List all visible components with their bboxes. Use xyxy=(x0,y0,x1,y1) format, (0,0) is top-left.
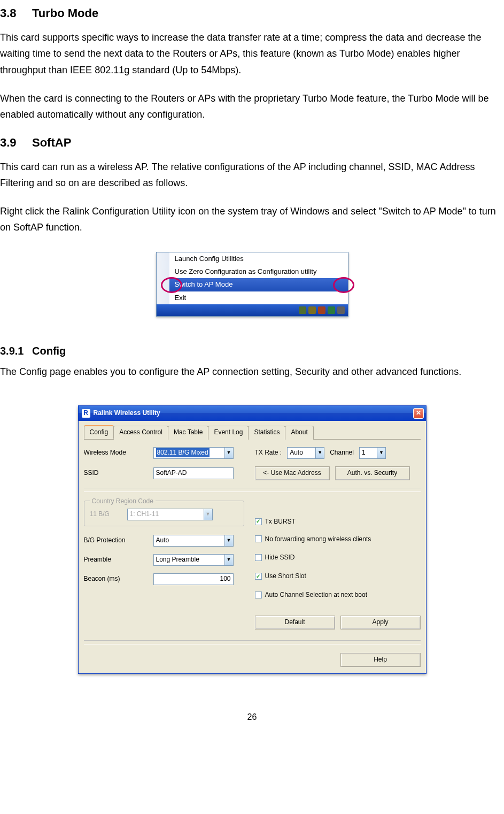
heading-title: Turbo Mode xyxy=(32,6,98,20)
checkbox-no-forwarding[interactable]: No forwarding among wireless clients xyxy=(255,535,371,544)
country-region-group: Country Region Code 11 B/G 1: CH1-11 ▼ xyxy=(84,501,244,526)
menu-item-zero-config[interactable]: Use Zero Configuration as Configuration … xyxy=(169,265,348,278)
use-mac-button[interactable]: <- Use Mac Address xyxy=(255,466,330,480)
checkbox-icon xyxy=(255,573,262,580)
input-beacon[interactable]: 100 xyxy=(153,573,234,585)
heading-number: 3.9.1 xyxy=(0,343,32,358)
label-ssid: SSID xyxy=(84,469,148,478)
close-button[interactable]: ✕ xyxy=(413,408,424,419)
checkbox-icon xyxy=(255,592,262,598)
checkbox-short-slot[interactable]: Use Short Slot xyxy=(255,572,371,581)
separator xyxy=(84,488,421,492)
select-channel[interactable]: 1 ▼ xyxy=(359,447,386,459)
label-11bg: 11 B/G xyxy=(90,510,122,519)
label-beacon: Beacon (ms) xyxy=(84,574,148,583)
tray-context-menu: Launch Config Utilities Use Zero Configu… xyxy=(156,252,348,317)
heading-title: SoftAP xyxy=(32,136,71,149)
checkbox-label: Use Short Slot xyxy=(265,572,306,581)
chevron-down-icon: ▼ xyxy=(224,555,233,565)
app-icon: R xyxy=(82,409,90,418)
heading-number: 3.8 xyxy=(0,5,32,22)
taskbar-tray xyxy=(157,304,348,316)
separator xyxy=(84,640,421,644)
tray-icon xyxy=(299,306,306,314)
checkbox-icon xyxy=(255,554,262,561)
tray-icon xyxy=(328,306,335,314)
select-value: 802.11 B/G Mixed xyxy=(156,448,210,457)
checkbox-label: Hide SSID xyxy=(265,553,295,562)
select-value: 1: CH1-11 xyxy=(130,510,159,519)
chevron-down-icon: ▼ xyxy=(377,448,385,458)
ralink-utility-dialog: R Ralink Wireless Utility ✕ Config Acces… xyxy=(78,405,427,674)
checkbox-label: Tx BURST xyxy=(265,517,296,526)
select-value: Auto xyxy=(156,536,169,545)
select-value: Long Preamble xyxy=(156,555,199,564)
chevron-down-icon: ▼ xyxy=(224,535,233,546)
select-wireless-mode[interactable]: 802.11 B/G Mixed ▼ xyxy=(153,447,234,459)
heading-number: 3.9 xyxy=(0,135,32,151)
label-bg-protection: B/G Protection xyxy=(84,536,148,545)
tray-icon xyxy=(337,306,345,314)
heading-title: Config xyxy=(32,345,66,357)
heading-3-9-1: 3.9.1Config xyxy=(0,343,504,358)
paragraph: Right click the Ralink Configuration Uti… xyxy=(0,203,504,236)
checkbox-hide-ssid[interactable]: Hide SSID xyxy=(255,553,371,562)
paragraph: The Config page enables you to configure… xyxy=(0,365,504,379)
select-value: 1 xyxy=(362,448,366,457)
menu-item-exit[interactable]: Exit xyxy=(169,291,348,304)
chevron-down-icon: ▼ xyxy=(224,448,233,458)
tab-about[interactable]: About xyxy=(285,426,313,440)
tab-event-log[interactable]: Event Log xyxy=(208,426,249,440)
heading-3-9: 3.9SoftAP xyxy=(0,135,504,151)
apply-button[interactable]: Apply xyxy=(340,616,421,629)
checkbox-label: No forwarding among wireless clients xyxy=(265,535,371,544)
checkbox-tx-burst[interactable]: Tx BURST xyxy=(255,517,296,526)
select-tx-rate[interactable]: Auto ▼ xyxy=(287,447,324,459)
tab-access-control[interactable]: Access Control xyxy=(113,426,168,440)
paragraph: This card can run as a wireless AP. The … xyxy=(0,159,504,191)
input-ssid[interactable]: SoftAP-AD xyxy=(153,467,234,479)
select-preamble[interactable]: Long Preamble ▼ xyxy=(153,554,234,566)
tab-statistics[interactable]: Statistics xyxy=(248,426,285,440)
checkbox-auto-channel[interactable]: Auto Channel Selection at next boot xyxy=(255,590,371,600)
input-value: SoftAP-AD xyxy=(156,469,187,478)
tray-icon xyxy=(308,306,316,314)
tab-mac-table[interactable]: Mac Table xyxy=(168,426,208,440)
tray-icon xyxy=(318,306,325,314)
page-number: 26 xyxy=(0,711,504,723)
select-value: Auto xyxy=(290,448,303,457)
heading-3-8: 3.8Turbo Mode xyxy=(0,5,504,22)
chevron-down-icon: ▼ xyxy=(204,509,212,520)
window-title: Ralink Wireless Utility xyxy=(94,409,413,418)
titlebar: R Ralink Wireless Utility ✕ xyxy=(79,406,426,421)
paragraph: When the card is connecting to the Route… xyxy=(0,90,504,123)
tab-config[interactable]: Config xyxy=(84,425,114,439)
label-channel: Channel xyxy=(330,448,354,457)
tab-strip: Config Access Control Mac Table Event Lo… xyxy=(84,425,421,440)
input-value: 100 xyxy=(220,574,230,583)
label-wireless-mode: Wireless Mode xyxy=(84,448,148,457)
menu-item-launch[interactable]: Launch Config Utilities xyxy=(169,252,348,265)
auth-security-button[interactable]: Auth. vs. Security xyxy=(335,466,410,480)
menu-item-switch-ap[interactable]: Switch to AP Mode xyxy=(169,278,348,291)
group-title: Country Region Code xyxy=(90,497,156,506)
default-button[interactable]: Default xyxy=(255,616,335,629)
paragraph: This card supports specific ways to incr… xyxy=(0,29,504,79)
label-preamble: Preamble xyxy=(84,555,148,564)
select-country-region: 1: CH1-11 ▼ xyxy=(127,509,213,520)
checkbox-label: Auto Channel Selection at next boot xyxy=(265,590,367,600)
checkbox-icon xyxy=(255,535,262,542)
select-bg-protection[interactable]: Auto ▼ xyxy=(153,535,234,547)
chevron-down-icon: ▼ xyxy=(315,448,324,458)
help-button[interactable]: Help xyxy=(340,653,421,667)
label-tx-rate: TX Rate : xyxy=(255,448,282,457)
checkbox-icon xyxy=(255,518,262,525)
